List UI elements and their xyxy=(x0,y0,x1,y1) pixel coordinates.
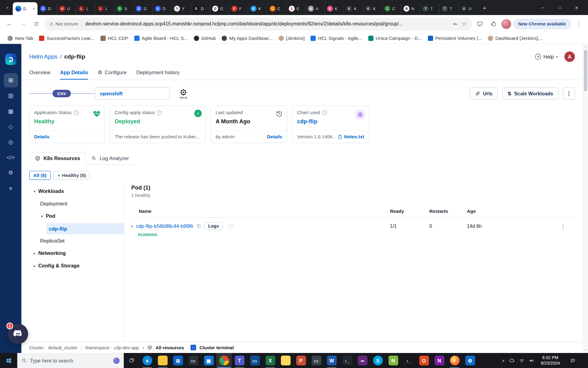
browser-profile-avatar[interactable] xyxy=(501,19,511,29)
taskbar-clock[interactable]: 6:32 PM 9/23/2024 xyxy=(538,355,562,366)
browser-tab[interactable]: S S xyxy=(114,2,133,15)
bookmark-item[interactable]: SuccessFactors Lear... xyxy=(36,34,97,42)
volume-icon[interactable] xyxy=(529,358,534,363)
all-resources-link[interactable]: All resources xyxy=(156,345,184,350)
tray-expand-icon[interactable] xyxy=(502,358,505,362)
extensions-icon[interactable] xyxy=(488,18,499,29)
browser-tab[interactable]: F F xyxy=(229,2,248,15)
browser-tab[interactable]: D D xyxy=(190,2,209,15)
taskbar-app[interactable]: ›_ xyxy=(339,353,355,368)
taskbar-app[interactable]: S xyxy=(370,353,386,368)
window-maximize-button[interactable] xyxy=(551,0,568,15)
bookmark-item[interactable]: HCL Signals - Agile... xyxy=(307,34,365,42)
discord-widget-button[interactable]: 1 xyxy=(8,324,28,344)
row-menu-icon[interactable] xyxy=(560,222,566,230)
taskbar-app[interactable]: X xyxy=(262,353,278,368)
refresh-button[interactable] xyxy=(31,18,42,29)
filter-healthy[interactable]: Healthy (5) xyxy=(54,171,90,180)
tab-k8s-resources[interactable]: K8s Resources xyxy=(29,152,86,165)
scroll-down-arrow[interactable] xyxy=(583,348,588,353)
environment-select[interactable]: openshift xyxy=(95,87,170,100)
active-browser-tab[interactable]: D xyxy=(13,2,38,15)
copy-icon[interactable] xyxy=(196,224,201,229)
browser-tab[interactable]: C C xyxy=(267,2,286,15)
sidebar-item[interactable]: ▥ xyxy=(4,89,18,103)
browser-tab[interactable]: D D xyxy=(152,2,171,15)
bookmark-item[interactable]: Persistent Volumes |... xyxy=(425,34,485,42)
sidebar-item[interactable]: </> xyxy=(4,150,18,165)
sidebar-item[interactable]: ▦ xyxy=(4,104,18,118)
more-actions-button[interactable] xyxy=(563,87,575,99)
chrome-update-button[interactable]: New Chrome available xyxy=(513,19,571,29)
help-menu[interactable]: Help xyxy=(535,54,558,60)
browser-tab[interactable]: L L xyxy=(76,2,95,15)
taskbar-app[interactable]: O xyxy=(416,353,432,368)
sidebar-item[interactable]: ≡ xyxy=(4,181,18,195)
bookmark-star-icon[interactable] xyxy=(462,21,467,27)
sidebar-item[interactable]: ◎ xyxy=(4,135,18,149)
filter-all[interactable]: All (8) xyxy=(29,171,51,180)
network-icon[interactable] xyxy=(519,358,524,363)
breadcrumb-parent-link[interactable]: Helm Apps xyxy=(29,53,58,60)
devtron-logo[interactable] xyxy=(5,54,17,65)
browser-menu-icon[interactable] xyxy=(573,18,584,29)
browser-tab[interactable]: K K xyxy=(324,2,343,15)
chart-name-link[interactable]: cdp-flip xyxy=(297,118,364,124)
browser-tab[interactable]: K K xyxy=(248,2,267,15)
password-key-icon[interactable] xyxy=(452,21,458,27)
scroll-up-arrow[interactable] xyxy=(583,44,588,49)
address-bar[interactable]: Not secure devtron-service-devtroncd.app… xyxy=(44,17,472,30)
taskbar-app[interactable]: ⊞ xyxy=(170,353,186,368)
taskbar-app[interactable]: ›_ xyxy=(401,353,416,368)
start-button[interactable] xyxy=(0,353,17,368)
notes-link[interactable]: Notes.txt xyxy=(337,134,364,139)
taskbar-app[interactable]: F xyxy=(447,353,462,368)
onedrive-cloud-icon[interactable] xyxy=(509,358,515,364)
taskbar-search[interactable]: Type here to search xyxy=(17,353,124,368)
taskbar-app[interactable]: P xyxy=(293,353,309,368)
bookmark-item[interactable]: [Jenkins] xyxy=(276,34,308,42)
cluster-terminal-link[interactable]: Cluster terminal xyxy=(199,345,234,350)
logs-button[interactable]: Logs xyxy=(204,222,223,230)
taskbar-app[interactable]: W xyxy=(324,353,339,368)
browser-tab[interactable]: G G xyxy=(209,2,228,15)
taskbar-app[interactable]: ∞ xyxy=(355,353,370,368)
back-button[interactable] xyxy=(4,18,15,29)
taskbar-app[interactable]: T xyxy=(232,353,247,368)
window-minimize-button[interactable] xyxy=(534,0,551,15)
bookmark-item[interactable]: New Tab xyxy=(5,34,36,42)
taskbar-app[interactable]: ● xyxy=(217,353,232,368)
taskbar-app[interactable]: e xyxy=(140,353,155,368)
question-icon[interactable] xyxy=(157,110,162,115)
browser-tab[interactable]: D D xyxy=(133,2,152,15)
taskbar-app[interactable]: N xyxy=(432,353,447,368)
browser-tab[interactable]: Y Y xyxy=(172,2,190,15)
browser-tab[interactable]: C C xyxy=(382,2,401,15)
tree-item[interactable]: ▾ Workloads xyxy=(29,185,124,197)
tab-app-details[interactable]: App Details xyxy=(60,67,88,79)
scale-workloads-button[interactable]: Scale Workloads xyxy=(502,87,558,99)
browser-tab[interactable]: A A xyxy=(305,2,324,15)
taskbar-app[interactable]: ▭ xyxy=(309,353,324,368)
taskbar-app[interactable]: ▭ xyxy=(186,353,201,368)
sidebar-item[interactable]: ⚙ xyxy=(4,166,18,180)
tree-item[interactable]: ▸ Networking xyxy=(29,247,124,259)
tab-search-button[interactable] xyxy=(3,3,12,13)
new-tab-button[interactable] xyxy=(480,3,489,13)
action-center-icon[interactable] xyxy=(566,358,579,363)
browser-tab[interactable]: U U xyxy=(458,2,477,15)
tree-item[interactable]: cdp-flip xyxy=(47,223,124,234)
tab-overview[interactable]: Overview xyxy=(29,67,51,79)
taskbar-app[interactable] xyxy=(278,353,293,368)
window-close-button[interactable] xyxy=(568,0,585,15)
taskbar-app[interactable] xyxy=(155,353,170,368)
pod-name-link[interactable]: cdp-flip-b56b98c44-b99l6 xyxy=(136,223,193,229)
page-scrollbar[interactable] xyxy=(583,44,588,353)
tree-item[interactable]: ▸ Config & Storage xyxy=(29,259,124,272)
browser-tab[interactable]: D D xyxy=(37,2,56,15)
search-highlights-icon[interactable] xyxy=(113,357,120,364)
browser-tab[interactable]: U U xyxy=(57,2,76,15)
tree-item[interactable]: Deployment xyxy=(29,197,124,210)
taskbar-app[interactable]: ⚙ xyxy=(462,353,478,368)
browser-tab[interactable]: L L xyxy=(95,2,114,15)
